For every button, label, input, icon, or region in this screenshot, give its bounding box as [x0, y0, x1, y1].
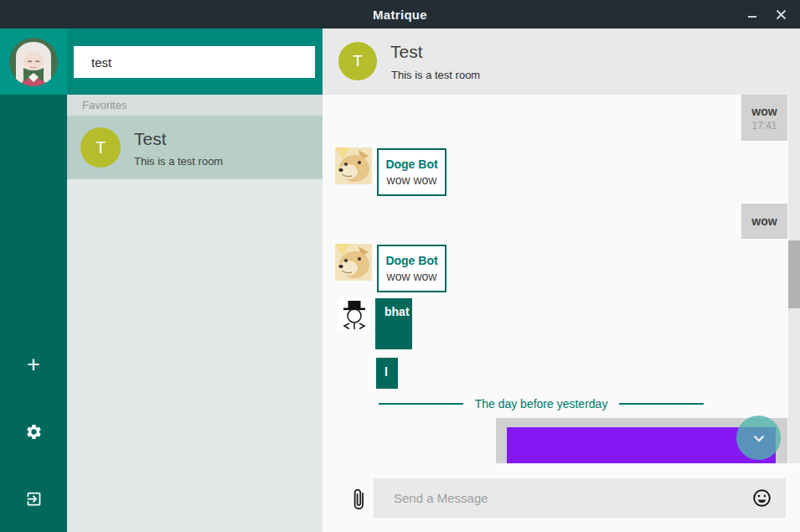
- window-title: Matrique: [373, 8, 427, 22]
- search-header: [67, 28, 323, 95]
- divider-line: [619, 403, 704, 405]
- room-avatar-initial: T: [95, 138, 106, 158]
- chevron-down-icon: [747, 426, 771, 450]
- message-sender: Doge Bot: [385, 253, 437, 269]
- settings-button[interactable]: [0, 411, 67, 452]
- message-text: wow: [751, 105, 777, 118]
- gear-icon: [25, 423, 43, 441]
- composer-field: [374, 478, 786, 518]
- logout-button[interactable]: [0, 478, 67, 519]
- plus-icon: +: [27, 354, 40, 376]
- paperclip-icon: [352, 488, 366, 512]
- emoji-picker-button[interactable]: [751, 488, 772, 509]
- divider-line: [379, 403, 463, 405]
- message-text: wow wow: [387, 173, 437, 188]
- room-list-panel: Favorites T Test This is a test room: [67, 28, 323, 532]
- titlebar: Matrique: [0, 0, 800, 28]
- user-avatar: [9, 38, 58, 86]
- close-button[interactable]: [770, 3, 792, 25]
- hat-man-avatar-image: [338, 298, 371, 332]
- left-rail: +: [0, 28, 67, 532]
- attach-file-button[interactable]: [346, 485, 371, 514]
- chat-panel: T Test This is a test room wow 17:41: [323, 28, 800, 532]
- user-avatar-image: [9, 38, 58, 86]
- room-list-item-test[interactable]: T Test This is a test room: [67, 116, 323, 179]
- message-bubble-sent: wow 17:41: [741, 95, 787, 141]
- chat-room-topic: This is a test room: [391, 69, 480, 81]
- message-bubble-received: Doge Bot wow wow: [377, 245, 446, 292]
- search-input[interactable]: [74, 46, 315, 78]
- chat-header: T Test This is a test room: [323, 28, 800, 95]
- logout-icon: [25, 490, 43, 508]
- doge-bot-avatar: [335, 147, 372, 184]
- favorites-section-header: Favorites: [67, 95, 323, 116]
- minimize-icon: [747, 9, 757, 19]
- message-bubble-sent: wow: [741, 204, 787, 239]
- smiley-icon: [752, 488, 772, 508]
- message-bubble-received-filled: bhat: [375, 298, 412, 349]
- room-name: Test: [134, 129, 167, 149]
- app-window: Matrique: [0, 0, 800, 532]
- message-text: l: [385, 365, 388, 379]
- chat-room-avatar-initial: T: [353, 52, 363, 70]
- message-timestamp: 17:41: [751, 120, 777, 132]
- scrollbar-thumb[interactable]: [788, 240, 800, 308]
- favorites-label: Favorites: [82, 99, 126, 111]
- room-topic: This is a test room: [134, 155, 223, 168]
- scroll-to-bottom-button[interactable]: [736, 416, 781, 460]
- message-text: wow: [751, 214, 777, 228]
- minimize-button[interactable]: [741, 3, 763, 25]
- chat-room-avatar: T: [338, 42, 377, 80]
- divider-label: The day before yesterday: [475, 397, 608, 411]
- chat-room-title: Test: [390, 42, 423, 62]
- message-text: bhat: [385, 305, 410, 318]
- message-bubble-received: Doge Bot wow wow: [377, 148, 446, 196]
- doge-avatar-image: [335, 147, 372, 184]
- close-icon: [776, 9, 787, 20]
- doge-avatar-image: [335, 244, 372, 281]
- message-bubble-received-filled: l: [376, 358, 398, 389]
- image-attachment[interactable]: [507, 427, 776, 463]
- message-input[interactable]: [374, 478, 786, 518]
- hat-man-avatar: [338, 298, 371, 332]
- add-room-button[interactable]: +: [0, 344, 67, 385]
- message-text: wow wow: [387, 269, 437, 284]
- message-list[interactable]: wow 17:41 Doge Bot wow: [323, 95, 800, 463]
- day-divider: The day before yesterday: [379, 397, 704, 411]
- doge-bot-avatar: [335, 244, 372, 281]
- window-controls: [741, 0, 792, 28]
- composer: [323, 463, 800, 532]
- room-avatar: T: [80, 127, 121, 168]
- message-sender: Doge Bot: [385, 157, 437, 173]
- user-avatar-button[interactable]: [0, 28, 67, 95]
